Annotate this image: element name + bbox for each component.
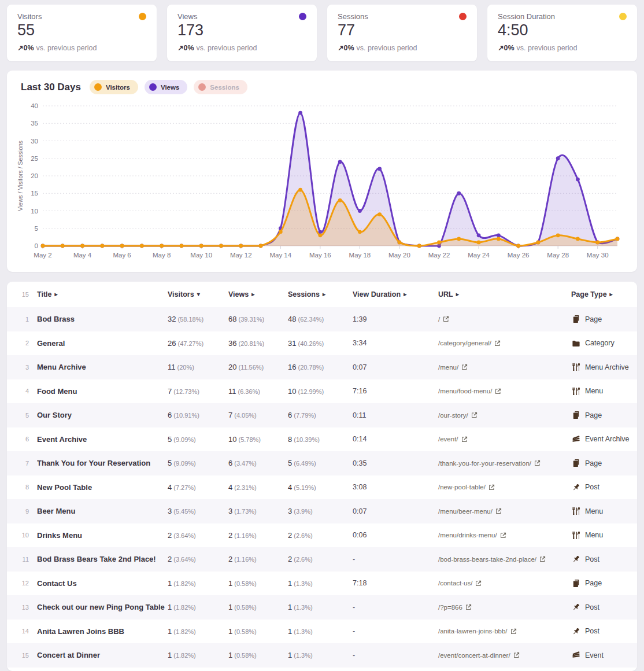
column-header-view-duration[interactable]: View Duration▸ xyxy=(353,290,438,298)
url-text[interactable]: /event/ xyxy=(438,436,458,443)
legend-pill-visitors[interactable]: Visitors xyxy=(90,80,138,94)
sessions-pct: (2.6%) xyxy=(294,556,312,563)
legend-pill-views[interactable]: Views xyxy=(145,80,187,94)
visitors-value: 32 xyxy=(168,315,176,323)
visitors-pct: (7.27%) xyxy=(173,484,196,491)
external-link-icon[interactable] xyxy=(471,412,478,418)
view-duration: 0:07 xyxy=(353,507,438,515)
page-type-label: Menu xyxy=(585,387,603,395)
table-row: 2 General 26(47.27%) 36(20.81%) 31(40.26… xyxy=(7,331,637,356)
external-link-icon[interactable] xyxy=(534,460,541,466)
row-count: 15 xyxy=(7,291,37,298)
column-header-views[interactable]: Views▸ xyxy=(228,290,288,298)
url-text[interactable]: /our-story/ xyxy=(438,412,468,419)
visitors-value: 2 xyxy=(168,531,172,540)
external-link-icon[interactable] xyxy=(465,604,472,610)
sessions-value: 4 xyxy=(288,483,292,492)
views-value: 1 xyxy=(228,651,232,659)
url-text[interactable]: /menu/ xyxy=(438,364,458,371)
table-row: 6 Event Archive 5(9.09%) 10(5.78%) 8(10.… xyxy=(7,427,637,452)
url-text[interactable]: /thank-you-for-your-reservation/ xyxy=(438,460,531,467)
column-header-url[interactable]: URL▸ xyxy=(438,290,571,298)
pushpin-icon xyxy=(571,555,580,563)
page-type-cell: Event xyxy=(571,651,637,659)
url-text[interactable]: /anita-lawren-joins-bbb/ xyxy=(438,628,508,635)
legend-pill-sessions[interactable]: Sessions xyxy=(194,80,247,94)
row-title[interactable]: General xyxy=(37,339,168,348)
column-header-visitors[interactable]: Visitors▾ xyxy=(168,290,228,298)
external-link-icon[interactable] xyxy=(475,580,482,587)
svg-text:May 12: May 12 xyxy=(230,252,252,259)
external-link-icon[interactable] xyxy=(513,652,520,658)
svg-text:May 14: May 14 xyxy=(269,252,291,259)
url-text[interactable]: /contact-us/ xyxy=(438,580,472,587)
url-text[interactable]: /menu/beer-menu/ xyxy=(438,508,493,515)
visitors-value: 7 xyxy=(168,387,172,396)
row-title[interactable]: Food Menu xyxy=(37,387,168,396)
pushpin-icon xyxy=(571,603,580,611)
external-link-icon[interactable] xyxy=(443,316,449,322)
url-text[interactable]: /bod-brass-bears-take-2nd-place/ xyxy=(438,556,536,563)
row-title[interactable]: Check out our new Ping Pong Table xyxy=(37,603,168,611)
views-value: 36 xyxy=(228,339,236,348)
views-pct: (11.56%) xyxy=(238,364,264,371)
row-title[interactable]: Concert at Dinner xyxy=(37,651,168,659)
stat-label: Visitors xyxy=(17,12,42,21)
url-text[interactable]: /?p=866 xyxy=(438,604,462,611)
row-title[interactable]: Bod Brass xyxy=(37,315,168,323)
column-header-sessions[interactable]: Sessions▸ xyxy=(288,290,353,298)
external-link-icon[interactable] xyxy=(495,388,501,395)
row-title[interactable]: Menu Archive xyxy=(37,363,168,371)
external-link-icon[interactable] xyxy=(461,436,468,443)
page-type-label: Menu Archive xyxy=(585,363,629,371)
url-cell: /event/concert-at-dinner/ xyxy=(438,652,571,659)
row-title[interactable]: Thank You for Your Reservation xyxy=(37,459,168,467)
row-title[interactable]: Our Story xyxy=(37,411,168,419)
column-header-title[interactable]: Title▸ xyxy=(37,290,168,298)
delta-percent: ↗0% xyxy=(338,44,354,52)
sessions-cell: 31(40.26%) xyxy=(288,339,353,348)
url-text[interactable]: /new-pool-table/ xyxy=(438,484,486,491)
views-cell: 4(2.31%) xyxy=(228,483,288,492)
row-title[interactable]: Beer Menu xyxy=(37,507,168,515)
url-text[interactable]: /event/concert-at-dinner/ xyxy=(438,652,510,659)
external-link-icon[interactable] xyxy=(539,556,546,562)
page-type-cell: Menu xyxy=(571,387,637,396)
visitors-cell: 11(20%) xyxy=(168,363,228,371)
table-row: 11 Bod Brass Bears Take 2nd Place! 2(3.6… xyxy=(7,547,637,572)
external-link-icon[interactable] xyxy=(495,508,502,514)
external-link-icon[interactable] xyxy=(500,532,506,539)
url-cell: /menu/beer-menu/ xyxy=(438,508,571,515)
sessions-cell: 8(10.39%) xyxy=(288,435,353,444)
svg-text:May 18: May 18 xyxy=(349,252,371,259)
views-pct: (1.16%) xyxy=(234,532,257,539)
row-title[interactable]: New Pool Table xyxy=(37,483,168,492)
sessions-dot-icon xyxy=(459,13,467,20)
sessions-cell: 1(1.3%) xyxy=(288,579,353,588)
url-text[interactable]: /menu/food-menu/ xyxy=(438,388,492,395)
external-link-icon[interactable] xyxy=(461,364,468,370)
sessions-pct: (1.3%) xyxy=(294,628,312,635)
url-text[interactable]: /category/general/ xyxy=(438,340,491,346)
external-link-icon[interactable] xyxy=(488,484,495,491)
delta-suffix: vs. previous period xyxy=(197,44,257,52)
url-text[interactable]: /menu/drinks-menu/ xyxy=(438,532,497,539)
row-title[interactable]: Drinks Menu xyxy=(37,531,168,540)
stat-value: 173 xyxy=(177,22,306,39)
url-text[interactable]: / xyxy=(438,316,440,323)
row-title[interactable]: Bod Brass Bears Take 2nd Place! xyxy=(37,555,168,563)
column-header-page-type[interactable]: Page Type▸ xyxy=(571,290,637,298)
external-link-icon[interactable] xyxy=(510,628,517,635)
sessions-value: 5 xyxy=(288,459,292,467)
view-duration: - xyxy=(353,651,438,659)
sessions-value: 1 xyxy=(288,579,292,588)
svg-text:May 26: May 26 xyxy=(508,252,530,259)
row-title[interactable]: Contact Us xyxy=(37,579,168,588)
stat-value: 77 xyxy=(338,22,467,39)
sessions-pct: (2.6%) xyxy=(294,532,312,539)
row-title[interactable]: Anita Lawren Joins BBB xyxy=(37,627,168,636)
svg-text:May 16: May 16 xyxy=(309,252,331,259)
row-title[interactable]: Event Archive xyxy=(37,435,168,444)
external-link-icon[interactable] xyxy=(494,340,501,346)
sort-arrow-icon: ▾ xyxy=(197,291,200,297)
